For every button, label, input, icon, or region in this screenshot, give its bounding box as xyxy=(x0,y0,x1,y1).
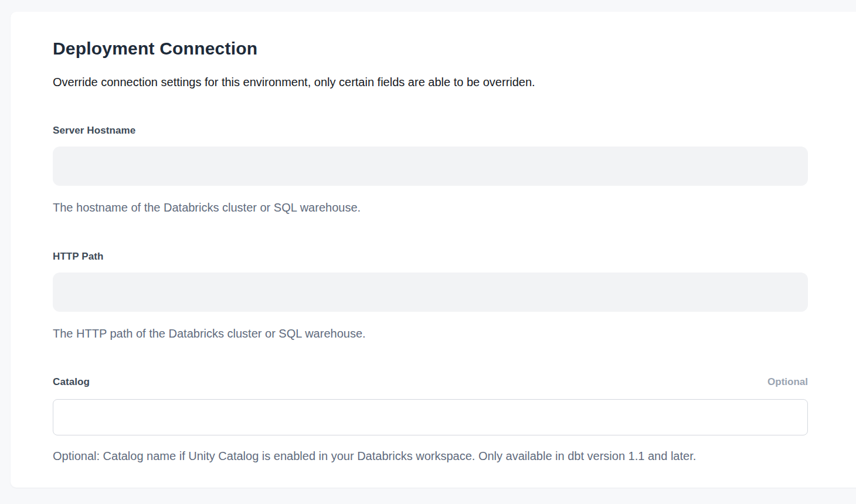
http-path-helper: The HTTP path of the Databricks cluster … xyxy=(53,326,808,341)
server-hostname-label: Server Hostname xyxy=(53,124,135,137)
field-http-path: HTTP Path The HTTP path of the Databrick… xyxy=(53,250,808,341)
server-hostname-helper: The hostname of the Databricks cluster o… xyxy=(53,200,808,215)
http-path-label: HTTP Path xyxy=(53,250,104,263)
catalog-label: Catalog xyxy=(53,376,90,389)
page-title: Deployment Connection xyxy=(53,38,808,60)
page-subtitle: Override connection settings for this en… xyxy=(53,74,808,90)
http-path-input xyxy=(53,273,808,312)
catalog-optional-tag: Optional xyxy=(767,376,808,389)
label-row: Server Hostname xyxy=(53,124,808,137)
label-row: HTTP Path xyxy=(53,250,808,263)
field-server-hostname: Server Hostname The hostname of the Data… xyxy=(53,124,808,215)
server-hostname-input xyxy=(53,147,808,186)
field-catalog: Catalog Optional Optional: Catalog name … xyxy=(53,376,808,464)
catalog-helper: Optional: Catalog name if Unity Catalog … xyxy=(53,448,808,464)
deployment-connection-card: Deployment Connection Override connectio… xyxy=(11,12,856,488)
label-row: Catalog Optional xyxy=(53,376,808,389)
catalog-input[interactable] xyxy=(53,399,808,435)
card-content: Deployment Connection Override connectio… xyxy=(11,12,808,464)
